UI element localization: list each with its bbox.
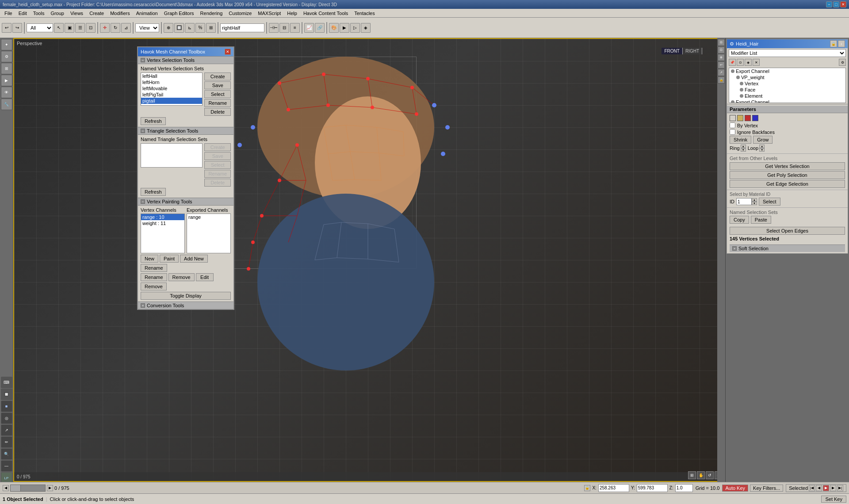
remove-modifier-btn[interactable]: ✕ <box>753 59 760 66</box>
vertex-item-leftmovable[interactable]: leftMovable <box>141 85 202 92</box>
vp-zoom[interactable]: ⊞ <box>688 471 696 479</box>
make-unique-btn[interactable]: ◈ <box>745 59 752 66</box>
loop-down[interactable]: ▼ <box>759 148 765 152</box>
get-poly-selection-button[interactable]: Get Poly Selection <box>730 171 845 179</box>
triangle-select-button[interactable]: Select <box>204 161 231 169</box>
pivot-tool[interactable]: ⊕ <box>164 23 173 33</box>
exported-channels-list[interactable]: range <box>187 214 231 253</box>
active-shade[interactable]: ◈ <box>361 23 371 33</box>
vertex-channel-weight[interactable]: weight : 11 <box>141 220 184 226</box>
mat-select-button[interactable]: Select <box>759 198 780 206</box>
close-button[interactable]: ✕ <box>840 1 846 8</box>
menu-animation[interactable]: Animation <box>134 10 161 16</box>
mini-btn-5[interactable]: ↗ <box>718 69 725 76</box>
copy-button[interactable]: Copy <box>730 216 749 224</box>
auto-key-button[interactable]: Auto Key <box>722 485 748 492</box>
mirror-tool[interactable]: ⊣⊢ <box>269 23 279 33</box>
exported-channel-range[interactable]: range <box>187 214 230 220</box>
left-extra-5[interactable]: ↗ <box>1 424 12 436</box>
nav-front-label[interactable]: FRONT <box>662 48 682 54</box>
left-extra-8[interactable]: — <box>1 460 12 472</box>
conversion-collapse[interactable]: + <box>141 303 145 308</box>
triangle-refresh-button[interactable]: Refresh <box>141 188 166 196</box>
maximize-button[interactable]: □ <box>833 1 839 8</box>
color-btn-2[interactable] <box>737 115 743 121</box>
soft-selection-bar[interactable]: + Soft Selection <box>730 244 845 252</box>
rename-exported-button[interactable]: Rename <box>141 264 167 272</box>
color-btn-3[interactable] <box>745 115 751 121</box>
get-edge-selection-button[interactable]: Get Edge Selection <box>730 180 845 188</box>
triangle-create-button[interactable]: Create <box>204 143 231 151</box>
vp-pan[interactable]: ✋ <box>697 471 705 479</box>
havok-dialog-title[interactable]: Havok Mesh Channel Toolbox ✕ <box>138 47 233 56</box>
toggle-display-button[interactable]: Toggle Display <box>141 292 231 300</box>
add-new-button[interactable]: Add New <box>180 255 208 263</box>
scale-tool[interactable]: ⊿ <box>121 23 131 33</box>
mini-btn-2[interactable]: ⊡ <box>718 46 725 53</box>
layer-manager[interactable]: ≡ <box>290 23 300 33</box>
prev-key-btn[interactable]: |◀ <box>809 485 815 491</box>
mat-id-up[interactable]: ▲ <box>752 198 757 202</box>
new-button[interactable]: New <box>141 255 158 263</box>
vp-orbit[interactable]: ↺ <box>706 471 714 479</box>
shrink-button[interactable]: Shrink <box>730 136 751 144</box>
left-extra-2[interactable]: 🔲 <box>1 389 12 400</box>
ignore-backfaces-checkbox[interactable] <box>730 129 735 135</box>
menu-file[interactable]: File <box>2 10 15 16</box>
edit-button[interactable]: Edit <box>196 273 214 281</box>
menu-modifiers[interactable]: Modifiers <box>107 10 133 16</box>
vertex-sets-list[interactable]: leftHall leftHorn leftMovable leftPigTai… <box>141 73 203 106</box>
vertex-item-pigtail[interactable]: pigtail <box>141 98 202 104</box>
schematic-view[interactable]: 🔗 <box>315 23 325 33</box>
vertex-item-lefthall[interactable]: leftHall <box>141 73 202 79</box>
modifier-list-dropdown[interactable]: Modifier List <box>729 49 846 57</box>
vertex-section-collapse[interactable]: − <box>141 58 145 62</box>
vertex-save-button[interactable]: Save <box>204 81 231 89</box>
rotate-tool[interactable]: ↻ <box>111 23 120 33</box>
havok-dialog-close[interactable]: ✕ <box>225 49 231 55</box>
by-vertex-checkbox[interactable] <box>730 122 735 128</box>
menu-tentacles[interactable]: Tentacles <box>352 10 377 16</box>
vertex-item-righthorn[interactable]: rightHorn <box>141 104 202 106</box>
soft-sel-collapse[interactable]: + <box>732 246 737 251</box>
percent-snap[interactable]: % <box>195 23 205 33</box>
triangle-section-collapse[interactable]: − <box>141 129 145 133</box>
utilities-tab[interactable]: 🔧 <box>1 99 12 110</box>
select-open-edges-button[interactable]: Select Open Edges <box>730 227 845 235</box>
menu-havok[interactable]: Havok Content Tools <box>301 10 351 16</box>
paint-button[interactable]: Paint <box>160 255 179 263</box>
left-extra-4[interactable]: ◎ <box>1 412 12 424</box>
move-tool[interactable]: ✛ <box>100 23 110 33</box>
y-coord-input[interactable] <box>637 484 668 492</box>
menu-graph-editors[interactable]: Graph Editors <box>161 10 197 16</box>
window-crossing[interactable]: ⊡ <box>86 23 96 33</box>
vertex-paint-collapse[interactable]: − <box>141 199 145 204</box>
filter-dropdown[interactable]: All <box>27 23 53 32</box>
loop-up[interactable]: ▲ <box>759 145 765 148</box>
color-btn-4[interactable] <box>752 115 758 121</box>
motion-tab[interactable]: ▶ <box>1 75 12 86</box>
display-tab[interactable]: 👁 <box>1 87 12 98</box>
vertex-channels-list[interactable]: range : 10 weight : 11 <box>141 214 185 253</box>
modifier-stack-list[interactable]: Export Channel VP_weight Vertex Face Ele… <box>729 68 846 103</box>
spinner-snap[interactable]: ⊞ <box>206 23 216 33</box>
select-region[interactable]: ▣ <box>65 23 74 33</box>
render-scene[interactable]: ▶ <box>340 23 349 33</box>
left-extra-1[interactable]: ⌨ <box>1 377 12 388</box>
set-key-button[interactable]: Set Key <box>821 496 846 503</box>
menu-views[interactable]: Views <box>68 10 86 16</box>
menu-create[interactable]: Create <box>87 10 107 16</box>
next-key-btn[interactable]: ▶| <box>837 485 843 491</box>
remove-vertex-button[interactable]: Remove <box>168 273 195 281</box>
create-tab[interactable]: ✦ <box>1 39 12 50</box>
conversion-tools-bar[interactable]: + Conversion Tools <box>138 302 233 309</box>
mod-item-export-channel-1[interactable]: Export Channel <box>729 68 845 74</box>
vertex-item-leftpigtail[interactable]: leftPigTail <box>141 92 202 98</box>
x-coord-input[interactable] <box>598 484 629 492</box>
menu-customize[interactable]: Customize <box>226 10 254 16</box>
mini-btn-4[interactable]: ↩ <box>718 61 725 69</box>
mini-btn-1[interactable]: ⊟ <box>718 39 725 46</box>
mini-btn-6[interactable]: 🔒 <box>718 76 725 84</box>
ring-up[interactable]: ▲ <box>741 145 746 148</box>
vertex-refresh-button[interactable]: Refresh <box>141 117 166 125</box>
